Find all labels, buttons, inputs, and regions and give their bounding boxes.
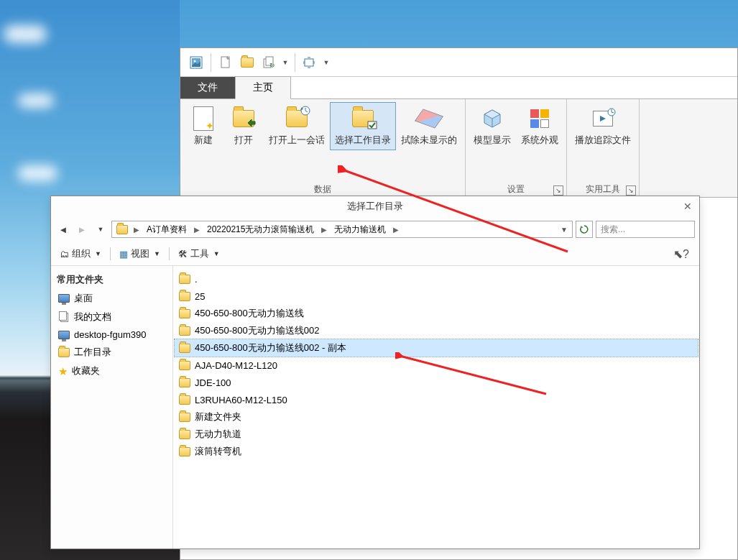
play-track-button[interactable]: 播放追踪文件: [570, 102, 636, 150]
tab-file[interactable]: 文件: [180, 77, 235, 98]
breadcrumb[interactable]: ▶ A订单资料 ▶ 20220215无动力滚筒输送机 ▶ 无动力输送机 ▶ ▼: [111, 221, 573, 238]
view-icon: ▦: [119, 249, 128, 260]
breadcrumb-item[interactable]: 无动力输送机: [330, 221, 390, 237]
close-icon[interactable]: ✕: [681, 199, 695, 214]
computer-icon: [58, 331, 70, 339]
documents-icon: [58, 312, 70, 322]
dialog-nav: ◄ ► ▼ ▶ A订单资料 ▶ 20220215无动力滚筒输送机 ▶ 无动力输送…: [51, 216, 699, 242]
breadcrumb-dropdown-icon[interactable]: ▼: [558, 226, 571, 234]
select-workdir-icon: [350, 106, 376, 132]
folder-icon: [179, 326, 190, 336]
folder-icon: [179, 395, 190, 405]
new-button[interactable]: 新建: [183, 102, 223, 150]
file-name: 无动力轨道: [195, 428, 241, 441]
sidebar-item-documents[interactable]: 我的文档: [51, 308, 172, 326]
ribbon-group-tools: 播放追踪文件 实用工具 ↘: [567, 99, 640, 197]
search-input[interactable]: 搜索...: [596, 221, 695, 238]
cube-icon: [479, 106, 505, 132]
file-name: 25: [195, 291, 205, 302]
folder-icon: [179, 413, 190, 422]
model-display-button[interactable]: 模型显示: [469, 102, 516, 150]
file-item[interactable]: .: [175, 270, 698, 288]
refresh-icon[interactable]: [576, 221, 593, 238]
qat-open-icon[interactable]: [237, 52, 257, 73]
open-folder-icon: [231, 106, 257, 132]
file-item[interactable]: 滚筒转弯机: [175, 443, 698, 460]
color-squares-icon: [527, 106, 553, 132]
file-item[interactable]: JDE-100: [175, 374, 698, 391]
file-name: 450-650-800无动力输送线002: [195, 324, 319, 337]
file-name: L3RUHA60-M12-L150: [195, 395, 287, 405]
nav-forward-icon[interactable]: ►: [74, 221, 90, 237]
tools-icon: 🛠: [178, 249, 188, 260]
file-item[interactable]: 450-650-800无动力输送线002: [175, 322, 698, 339]
qat-new-icon[interactable]: [216, 52, 236, 73]
folder-icon: [179, 292, 190, 301]
chevron-right-icon[interactable]: ▶: [191, 226, 203, 234]
svg-rect-7: [305, 59, 313, 66]
file-name: .: [195, 274, 198, 285]
sidebar: 常用文件夹 桌面 我的文档 desktop-fgum390 工作目录 ★收藏夹: [51, 266, 173, 548]
ribbon-tabs: 文件 主页: [180, 77, 737, 98]
ribbon: 新建 打开 打开上一会话 选择工作目录 拭除未显示的: [180, 98, 737, 198]
open-prev-icon: [284, 106, 310, 132]
tools-launcher-icon[interactable]: ↘: [626, 185, 636, 196]
file-item[interactable]: AJA-D40-M12-L120: [175, 357, 698, 374]
appearance-button[interactable]: 系统外观: [516, 102, 563, 150]
chevron-right-icon[interactable]: ▶: [131, 226, 142, 234]
folder-icon: [179, 309, 190, 318]
file-item[interactable]: 新建文件夹: [175, 408, 698, 426]
tools-button[interactable]: 🛠工具▼: [174, 246, 224, 262]
erase-button[interactable]: 拭除未显示的: [396, 102, 462, 150]
file-item[interactable]: 无动力轨道: [175, 426, 698, 443]
qat-copy-icon[interactable]: ↻: [259, 52, 279, 73]
svg-point-2: [194, 60, 196, 62]
qat-dropdown-1[interactable]: ▼: [280, 52, 290, 73]
dialog-title: 选择工作目录 ✕: [51, 196, 699, 216]
file-name: 新建文件夹: [195, 410, 241, 423]
folder-icon: [179, 378, 190, 387]
sidebar-item-desktop[interactable]: 桌面: [51, 289, 172, 308]
file-item[interactable]: 25: [175, 288, 698, 305]
folder-icon: [179, 344, 190, 353]
dialog-toolbar: 🗂组织▼ ▦视图▼ 🛠工具▼ ⬉?: [51, 242, 699, 265]
folder-icon: [179, 361, 190, 370]
file-list[interactable]: .25450-650-800无动力输送线450-650-800无动力输送线002…: [173, 266, 699, 548]
open-button[interactable]: 打开: [223, 102, 264, 150]
nav-back-icon[interactable]: ◄: [55, 221, 71, 237]
file-item[interactable]: 450-650-800无动力输送线002 - 副本: [175, 339, 698, 357]
new-doc-icon: [190, 106, 216, 132]
organize-button[interactable]: 🗂组织▼: [55, 246, 106, 262]
sidebar-item-remote[interactable]: desktop-fgum390: [51, 326, 172, 343]
view-button[interactable]: ▦视图▼: [115, 246, 165, 262]
file-item[interactable]: 450-650-800无动力输送线: [175, 305, 698, 322]
star-icon: ★: [58, 366, 68, 377]
sidebar-item-favorites[interactable]: ★收藏夹: [51, 362, 172, 380]
file-name: 滚筒转弯机: [195, 445, 241, 458]
chevron-right-icon[interactable]: ▶: [390, 226, 402, 234]
folder-icon: [58, 348, 70, 357]
chevron-right-icon[interactable]: ▶: [318, 226, 330, 234]
qat-dropdown-2[interactable]: ▼: [321, 52, 331, 73]
svg-text:↻: ↻: [269, 62, 275, 69]
sidebar-header: 常用文件夹: [51, 270, 172, 289]
breadcrumb-item[interactable]: A订单资料: [142, 221, 191, 237]
qat-image-icon[interactable]: [186, 52, 206, 73]
file-name: JDE-100: [195, 377, 231, 388]
eraser-icon: [416, 106, 442, 132]
file-name: 450-650-800无动力输送线: [195, 307, 304, 320]
settings-launcher-icon[interactable]: ↘: [553, 185, 563, 196]
file-name: 450-650-800无动力输送线002 - 副本: [195, 341, 346, 354]
qat-resize-icon[interactable]: [300, 52, 320, 73]
file-item[interactable]: L3RUHA60-M12-L150: [175, 391, 698, 408]
help-cursor-icon[interactable]: ⬉?: [673, 247, 689, 261]
quick-access-toolbar: ↻ ▼ ▼: [180, 48, 737, 77]
folder-icon: [179, 447, 190, 456]
sidebar-item-workdir[interactable]: 工作目录: [51, 343, 172, 362]
nav-history-icon[interactable]: ▼: [93, 221, 109, 237]
open-prev-button[interactable]: 打开上一会话: [264, 102, 330, 150]
select-workdir-dialog: 选择工作目录 ✕ ◄ ► ▼ ▶ A订单资料 ▶ 20220215无动力滚筒输送…: [50, 196, 700, 549]
breadcrumb-item[interactable]: 20220215无动力滚筒输送机: [203, 221, 318, 237]
tab-home[interactable]: 主页: [235, 76, 291, 99]
select-workdir-button[interactable]: 选择工作目录: [330, 102, 396, 150]
